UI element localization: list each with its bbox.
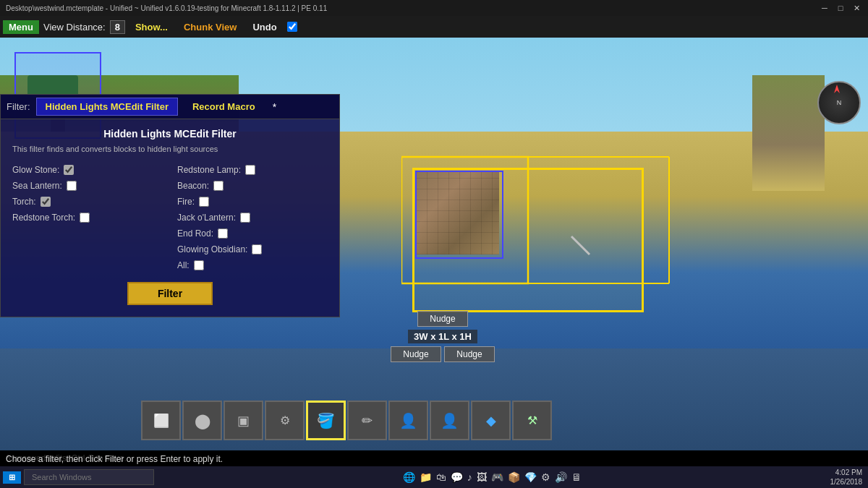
chunk-tool-item[interactable]: ⚙ (265, 401, 305, 440)
sealantern-checkbox[interactable] (67, 181, 77, 191)
taskbar-photo-icon[interactable]: 🖼 (477, 471, 487, 483)
nudge-right-button[interactable]: Nudge (444, 346, 495, 362)
filter-body: Hidden Lights MCEdit Filter This filter … (1, 119, 339, 317)
taskbar-settings-icon[interactable]: ⚙ (541, 471, 550, 483)
clock-date: 1/26/2018 (830, 477, 863, 487)
filter-options-right: Redstone Lamp: Beacon: Fire: Jack o'Lant… (177, 165, 328, 270)
compass-north (833, 85, 841, 100)
taskbar-diamond-icon[interactable]: 💎 (524, 471, 537, 483)
entity-icon: 👤 (441, 412, 459, 429)
filter-panel-title: Hidden Lights MCEdit Filter (12, 128, 328, 140)
diamond-icon: ◆ (486, 413, 496, 429)
restore-button[interactable]: □ (835, 2, 846, 14)
square-select-icon: ▣ (237, 413, 250, 429)
player-tool-item[interactable]: 👤 (388, 401, 428, 440)
beacon-checkbox[interactable] (213, 181, 224, 191)
filter-option-torch: Torch: (12, 197, 163, 207)
taskbar-music-icon[interactable]: ♪ (467, 471, 472, 483)
clock-time: 4:02 PM (830, 468, 863, 477)
endrod-label: End Rod: (177, 228, 213, 239)
tab-record-macro[interactable]: Record Macro (184, 98, 264, 115)
filter-option-fire: Fire: (177, 197, 328, 207)
filter-panel: Filter: Hidden Lights MCEdit Filter Reco… (0, 94, 340, 317)
sealantern-label: Sea Lantern: (12, 181, 62, 191)
taskbar-misc1-icon[interactable]: 🔊 (555, 471, 567, 483)
bucket-icon: 🪣 (317, 412, 335, 429)
tab-close-button[interactable]: * (273, 101, 276, 113)
filter-option-glowing-obsidian: Glowing Obsidian: (177, 244, 328, 254)
undo-checkbox[interactable] (287, 22, 297, 32)
jackolantern-checkbox[interactable] (240, 213, 250, 223)
taskbar-folder-icon[interactable]: 📁 (420, 471, 432, 483)
glowstone-checkbox[interactable] (64, 165, 74, 175)
show-button[interactable]: Show... (129, 20, 174, 34)
nudge-left-button[interactable]: Nudge (391, 346, 441, 362)
menu-button[interactable]: Menu (3, 20, 39, 34)
filter-option-beacon: Beacon: (177, 181, 328, 191)
all-checkbox[interactable] (194, 260, 204, 270)
taskbar-game-icon[interactable]: 🎮 (491, 471, 503, 483)
fill-tool-item[interactable]: ⚒ (512, 401, 552, 440)
search-input[interactable] (24, 469, 154, 485)
pencil-tool-item[interactable]: ✏ (347, 401, 387, 440)
chunk-icon: ⚙ (280, 414, 290, 427)
redstonelamp-checkbox[interactable] (245, 165, 255, 175)
taskbar-chat-icon[interactable]: 💬 (451, 471, 463, 483)
filter-label: Filter: (7, 101, 30, 112)
circle-tool-item[interactable]: ⬤ (182, 401, 222, 440)
glowstone-label: Glow Stone: (12, 165, 59, 175)
menu-bar: Menu View Distance: 8 Show... Chunk View… (0, 16, 868, 38)
select-tool-item[interactable]: ⬜ (141, 401, 181, 440)
pencil-icon: ✏ (362, 413, 373, 429)
filter-option-all: All: (177, 260, 328, 270)
filter-option-redstone-lamp: Redstone Lamp: (177, 165, 328, 175)
title-bar-text: Desktop\westwind.mctemplate - Unified ~ … (6, 4, 327, 12)
tab-hidden-lights[interactable]: Hidden Lights MCEdit Filter (36, 98, 178, 116)
view-distance-value[interactable]: 8 (110, 20, 125, 34)
hint-bar: Choose a filter, then click Filter or pr… (0, 452, 868, 466)
view-distance-label: View Distance: (43, 22, 106, 33)
fire-checkbox[interactable] (199, 197, 209, 207)
filter-options-left: Glow Stone: Sea Lantern: Torch: Redstone… (12, 165, 163, 270)
minimize-button[interactable]: ─ (819, 2, 830, 14)
system-clock: 4:02 PM 1/26/2018 (830, 468, 863, 487)
endrod-checkbox[interactable] (218, 228, 228, 239)
player-icon: 👤 (399, 412, 417, 429)
glowobsidian-checkbox[interactable] (252, 244, 262, 254)
taskbar-browser-icon[interactable]: 🌐 (403, 471, 415, 483)
bucket-tool-item[interactable]: 🪣 (306, 401, 346, 440)
fire-label: Fire: (177, 197, 195, 207)
nudge-row: Nudge Nudge (391, 346, 495, 362)
filter-options-grid: Glow Stone: Sea Lantern: Torch: Redstone… (12, 165, 328, 270)
svg-marker-0 (834, 85, 840, 93)
redstonelamp-label: Redstone Lamp: (177, 165, 241, 175)
all-label: All: (177, 260, 190, 270)
toolbar: ⬜ ⬤ ▣ ⚙ 🪣 ✏ 👤 👤 ◆ ⚒ (141, 401, 552, 440)
torch-label: Torch: (12, 197, 36, 207)
square-select-item[interactable]: ▣ (224, 401, 263, 440)
diamond-tool-item[interactable]: ◆ (471, 401, 511, 440)
taskbar: ⊞ 🌐 📁 🛍 💬 ♪ 🖼 🎮 📦 💎 ⚙ 🔊 🖥 4:02 PM 1/26/2… (0, 466, 868, 488)
select-icon: ⬜ (153, 413, 169, 429)
filter-option-jackolantern: Jack o'Lantern: (177, 213, 328, 223)
taskbar-store-icon[interactable]: 🛍 (436, 471, 446, 483)
start-icon: ⊞ (9, 473, 15, 482)
taskbar-misc2-icon[interactable]: 🖥 (571, 471, 582, 483)
redstonetorch-checkbox[interactable] (80, 213, 90, 223)
fill-icon: ⚒ (527, 414, 537, 427)
redstonetorch-label: Redstone Torch: (12, 213, 75, 223)
torch-checkbox[interactable] (41, 197, 51, 207)
taskbar-box-icon[interactable]: 📦 (508, 471, 520, 483)
entity-tool-item[interactable]: 👤 (430, 401, 469, 440)
filter-option-endrod: End Rod: (177, 228, 328, 239)
start-button[interactable]: ⊞ (3, 471, 21, 484)
nudge-top-button[interactable]: Nudge (417, 311, 468, 327)
beacon-label: Beacon: (177, 181, 209, 191)
undo-button[interactable]: Undo (247, 20, 282, 34)
chunk-view-button[interactable]: Chunk View (178, 20, 242, 34)
glowobsidian-label: Glowing Obsidian: (177, 244, 247, 254)
filter-apply-button[interactable]: Filter (127, 282, 213, 305)
close-window-button[interactable]: ✕ (851, 2, 862, 14)
taskbar-left: ⊞ (0, 469, 154, 485)
filter-button-row: Filter (12, 282, 328, 305)
